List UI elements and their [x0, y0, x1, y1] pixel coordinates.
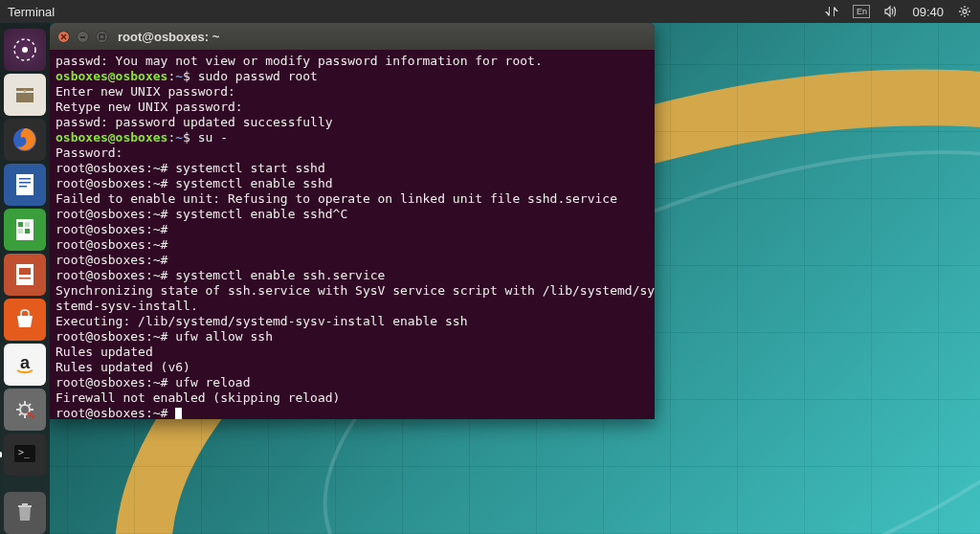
- svg-rect-18: [19, 278, 31, 279]
- svg-rect-15: [25, 229, 30, 234]
- terminal-line: root@osboxes:~# systemctl start sshd: [56, 161, 649, 176]
- svg-rect-8: [19, 178, 31, 180]
- svg-text:>_: >_: [18, 447, 31, 458]
- terminal-line: Synchronizing state of ssh.service with …: [56, 283, 649, 299]
- launcher-firefox[interactable]: [4, 119, 46, 161]
- launcher: a >_: [0, 23, 50, 534]
- svg-rect-7: [16, 174, 33, 195]
- terminal-line: Password:: [56, 145, 649, 161]
- clock[interactable]: 09:40: [912, 5, 944, 19]
- terminal-line: root@osboxes:~#: [56, 237, 649, 253]
- terminal-line: osboxes@osboxes:~$ su -: [56, 130, 649, 145]
- terminal-line: root@osboxes:~# systemctl enable sshd: [56, 176, 649, 191]
- svg-rect-17: [19, 268, 31, 275]
- window-title: root@osboxes: ~: [118, 30, 219, 44]
- svg-rect-25: [22, 503, 28, 505]
- terminal-line: root@osboxes:~# ufw reload: [56, 375, 649, 390]
- svg-rect-9: [19, 182, 31, 184]
- network-icon[interactable]: [824, 4, 839, 19]
- terminal-line: root@osboxes:~#: [56, 222, 649, 237]
- launcher-amazon[interactable]: a: [4, 344, 46, 386]
- terminal-line: root@osboxes:~# systemctl enable ssh.ser…: [56, 268, 649, 283]
- top-panel: Terminal En 09:40: [0, 0, 980, 23]
- terminal-line: stemd-sysv-install.: [56, 299, 649, 314]
- terminal-line: Rules updated (v6): [56, 360, 649, 375]
- terminal-line: Failed to enable unit: Refusing to opera…: [56, 191, 649, 207]
- launcher-impress[interactable]: [4, 254, 46, 296]
- terminal-body[interactable]: passwd: You may not view or modify passw…: [50, 50, 655, 419]
- terminal-line: root@osboxes:~#: [56, 406, 649, 419]
- terminal-line: osboxes@osboxes:~$ sudo passwd root: [56, 69, 649, 84]
- launcher-dash[interactable]: [4, 29, 46, 71]
- launcher-software[interactable]: [4, 299, 46, 341]
- terminal-line: root@osboxes:~# ufw allow ssh: [56, 329, 649, 345]
- terminal-window[interactable]: root@osboxes: ~ passwd: You may not view…: [50, 23, 655, 419]
- terminal-line: Enter new UNIX password:: [56, 84, 649, 100]
- terminal-line: root@osboxes:~#: [56, 253, 649, 268]
- gear-icon[interactable]: [957, 4, 972, 19]
- cursor: [175, 408, 182, 419]
- sound-icon[interactable]: [883, 4, 899, 19]
- svg-point-2: [22, 47, 28, 53]
- svg-point-0: [963, 10, 967, 13]
- terminal-line: Executing: /lib/systemd/systemd-sysv-ins…: [56, 314, 649, 329]
- terminal-line: Rules updated: [56, 345, 649, 360]
- launcher-trash[interactable]: [4, 492, 46, 534]
- close-icon[interactable]: [57, 31, 70, 43]
- terminal-line: root@osboxes:~# systemctl enable sshd^C: [56, 207, 649, 222]
- svg-rect-12: [18, 222, 23, 227]
- window-titlebar[interactable]: root@osboxes: ~: [50, 23, 655, 50]
- svg-rect-4: [16, 93, 33, 102]
- launcher-files[interactable]: [4, 74, 46, 116]
- svg-rect-10: [19, 186, 27, 188]
- launcher-writer[interactable]: [4, 164, 46, 206]
- maximize-icon[interactable]: [96, 31, 108, 43]
- svg-rect-24: [18, 505, 32, 507]
- svg-text:a: a: [20, 353, 31, 372]
- svg-rect-14: [18, 229, 23, 234]
- terminal-line: passwd: password updated successfully: [56, 115, 649, 130]
- active-app-name: Terminal: [8, 5, 55, 19]
- launcher-terminal[interactable]: >_: [4, 434, 46, 476]
- minimize-icon[interactable]: [77, 31, 89, 43]
- system-tray: En 09:40: [824, 4, 972, 19]
- svg-point-5: [24, 90, 27, 93]
- launcher-calc[interactable]: [4, 209, 46, 251]
- svg-rect-21: [27, 412, 34, 418]
- terminal-line: Firewall not enabled (skipping reload): [56, 390, 649, 406]
- svg-rect-13: [25, 222, 30, 227]
- terminal-line: passwd: You may not view or modify passw…: [56, 54, 649, 69]
- svg-rect-26: [100, 34, 104, 39]
- terminal-line: Retype new UNIX password:: [56, 100, 649, 115]
- keyboard-layout-indicator[interactable]: En: [853, 5, 870, 18]
- launcher-settings[interactable]: [4, 389, 46, 431]
